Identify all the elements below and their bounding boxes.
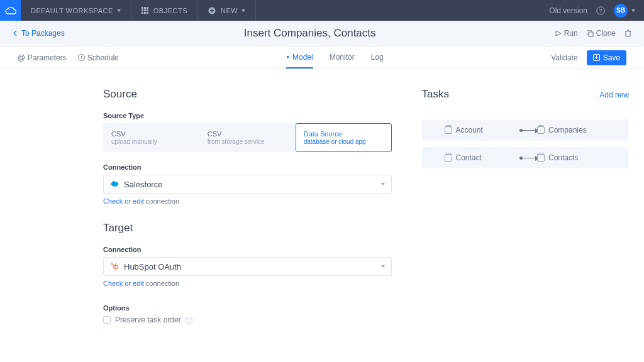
at-icon: @ <box>18 53 25 62</box>
nav-right: Old version ? SB <box>540 4 644 18</box>
preserve-label: Preserve task order <box>115 315 181 324</box>
top-nav: DEFAULT WORKSPACE OBJECTS NEW Old versio… <box>0 0 644 21</box>
save-button[interactable]: Save <box>587 50 626 65</box>
sub-header: To Packages Insert Companies, Contacts R… <box>0 21 644 47</box>
source-connection-value: Salesforce <box>124 180 162 189</box>
source-type-selector: CSVupload manually CSVfrom storage servi… <box>103 123 392 152</box>
page-title: Insert Companies, Contacts <box>65 27 555 40</box>
chevron-left-icon <box>13 30 18 36</box>
svg-rect-1 <box>144 7 146 9</box>
table-icon <box>445 154 452 162</box>
target-connection-label: Connection <box>103 246 392 253</box>
trash-icon[interactable] <box>625 30 631 37</box>
preserve-checkbox[interactable] <box>103 316 111 324</box>
svg-rect-8 <box>147 12 148 14</box>
hubspot-icon <box>110 262 119 271</box>
chevron-down-icon <box>381 265 385 268</box>
salesforce-icon <box>110 180 119 189</box>
clone-button[interactable]: Clone <box>587 29 616 38</box>
source-type-label: Source Type <box>103 112 392 119</box>
svg-rect-3 <box>142 9 143 11</box>
svg-rect-7 <box>144 12 146 14</box>
info-icon[interactable]: ? <box>186 317 192 324</box>
source-connection-label: Connection <box>103 163 392 171</box>
plus-circle-icon <box>208 7 216 14</box>
table-icon <box>537 154 545 162</box>
objects-menu[interactable]: OBJECTS <box>131 0 198 21</box>
svg-rect-0 <box>142 7 143 9</box>
options-section: Options Preserve task order ? <box>103 304 392 324</box>
target-connection-value: HubSpot OAuth <box>124 262 181 272</box>
grid-icon <box>142 7 148 14</box>
workspace-label: DEFAULT WORKSPACE <box>31 7 113 14</box>
options-heading: Options <box>103 304 392 312</box>
objects-label: OBJECTS <box>153 7 187 14</box>
subhead-actions: Run Clone <box>555 29 631 38</box>
chevron-down-icon <box>631 9 635 12</box>
table-icon <box>445 126 452 134</box>
back-to-packages[interactable]: To Packages <box>13 29 65 38</box>
clone-icon <box>587 30 594 37</box>
svg-point-18 <box>115 263 116 265</box>
svg-rect-5 <box>147 9 148 11</box>
content: Source Source Type CSVupload manually CS… <box>0 69 644 341</box>
arrow-icon <box>521 158 536 158</box>
target-check-edit-link[interactable]: Check or edit connection <box>103 280 179 287</box>
svg-point-17 <box>111 263 113 265</box>
add-new-task[interactable]: Add new <box>599 90 629 99</box>
arrow-icon <box>521 130 536 131</box>
app-logo[interactable] <box>0 0 21 21</box>
play-icon <box>555 30 562 36</box>
avatar: SB <box>614 4 628 18</box>
tab-log[interactable]: Log <box>371 47 384 69</box>
chevron-down-icon <box>117 9 121 12</box>
tabs-row: @Parameters Schedule ●Model Monitor Log … <box>0 47 644 69</box>
old-version-link[interactable]: Old version <box>549 6 587 15</box>
source-section: Source Source Type CSVupload manually CS… <box>103 88 392 206</box>
dot-icon: ● <box>286 54 289 60</box>
target-heading: Target <box>103 222 392 234</box>
svg-rect-13 <box>589 32 593 36</box>
table-icon <box>537 126 545 134</box>
workspace-menu[interactable]: DEFAULT WORKSPACE <box>21 0 131 21</box>
svg-rect-6 <box>142 12 143 14</box>
new-label: NEW <box>221 7 238 14</box>
tab-parameters[interactable]: @Parameters <box>18 53 67 62</box>
chevron-down-icon <box>381 183 385 185</box>
svg-text:?: ? <box>599 8 602 14</box>
svg-rect-4 <box>144 9 146 11</box>
svg-rect-2 <box>147 7 148 9</box>
clock-icon <box>78 54 85 61</box>
target-connection-select[interactable]: HubSpot OAuth <box>103 257 392 276</box>
source-heading: Source <box>103 88 392 101</box>
source-csv-manual[interactable]: CSVupload manually <box>103 123 199 152</box>
source-connection-select[interactable]: Salesforce <box>103 175 392 194</box>
chevron-down-icon <box>242 9 245 12</box>
cloud-icon <box>5 7 16 14</box>
source-check-edit-link[interactable]: Check or edit connection <box>103 197 179 205</box>
task-row[interactable]: Account Companies <box>422 119 629 141</box>
target-section: Target Connection HubSpot OAuth Check or… <box>103 222 392 288</box>
help-icon[interactable]: ? <box>596 6 605 15</box>
user-menu[interactable]: SB <box>614 4 635 18</box>
preserve-task-order-row[interactable]: Preserve task order ? <box>103 315 392 324</box>
source-data-source[interactable]: Data Sourcedatabase or cloud app <box>296 123 392 152</box>
validate-button[interactable]: Validate <box>551 53 577 62</box>
source-csv-storage[interactable]: CSVfrom storage service <box>199 123 296 152</box>
new-menu[interactable]: NEW <box>198 0 256 21</box>
task-row[interactable]: Contact Contacts <box>422 147 629 168</box>
run-button[interactable]: Run <box>555 29 578 38</box>
tab-model[interactable]: ●Model <box>286 47 313 69</box>
tasks-heading: Tasks <box>422 88 449 101</box>
tab-monitor[interactable]: Monitor <box>330 47 355 69</box>
tab-schedule[interactable]: Schedule <box>78 53 119 62</box>
save-icon <box>593 54 600 61</box>
